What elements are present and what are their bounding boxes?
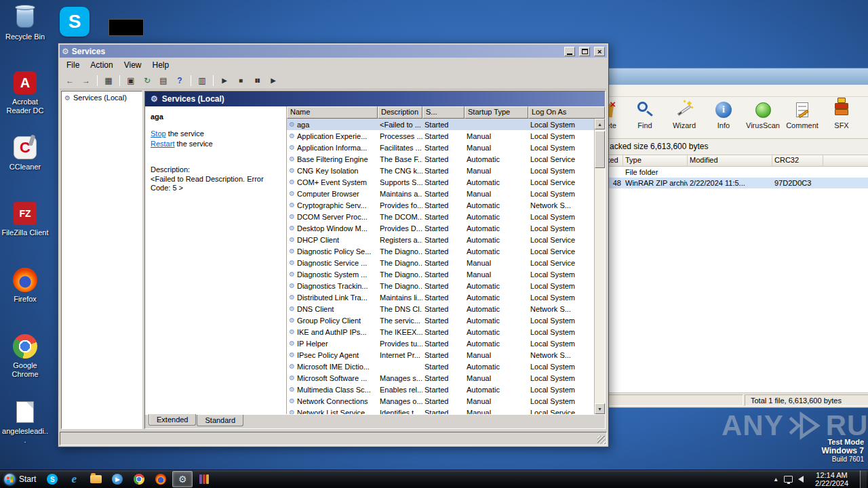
taskbar-skype-icon[interactable]: S [42, 471, 62, 487]
maximize-button[interactable] [579, 47, 590, 56]
service-row[interactable]: COM+ Event System Supports S... Started … [287, 176, 594, 188]
pause-service-icon[interactable]: ▮▮ [250, 74, 264, 87]
find-button[interactable]: Find [625, 97, 665, 138]
service-row[interactable]: Base Filtering Engine The Base F... Star… [287, 153, 594, 165]
column-description[interactable]: Description [378, 106, 422, 119]
close-button[interactable]: × [594, 47, 605, 56]
service-row[interactable]: Desktop Window M... Provides D... Starte… [287, 222, 594, 234]
service-row[interactable]: Diagnostic Policy Se... The Diagno... St… [287, 245, 594, 257]
tree-item-services-local[interactable]: ⚙ Services (Local) [62, 92, 142, 104]
start-service-icon[interactable]: ▶ [217, 74, 232, 87]
export-list-icon[interactable]: ▤ [156, 74, 171, 87]
service-row[interactable]: Microsoft IME Dictio... Started Automati… [287, 361, 594, 372]
taskbar-winrar-icon[interactable] [194, 471, 214, 487]
service-row[interactable]: Diagnostic System ... The Diagno... Star… [287, 268, 594, 280]
scroll-down-icon[interactable]: ▼ [595, 403, 605, 414]
restart-service-link[interactable]: Restart [151, 140, 174, 148]
service-row[interactable]: Diagnostics Trackin... The Diagno... Sta… [287, 280, 594, 291]
service-row[interactable]: DNS Client The DNS Cl... Started Automat… [287, 303, 594, 314]
wizard-button[interactable]: Wizard [665, 97, 704, 138]
help-icon[interactable]: ? [172, 74, 187, 87]
service-startup-type: Manual [465, 270, 528, 279]
comment-button[interactable]: Comment [783, 97, 822, 138]
stop-service-icon[interactable]: ■ [233, 74, 248, 87]
stop-service-link[interactable]: Stop [151, 129, 166, 138]
column-log-on-as[interactable]: Log On As [528, 106, 605, 119]
service-row[interactable]: Distributed Link Tra... Maintains li... … [287, 291, 594, 303]
scrollbar-thumb[interactable] [595, 131, 605, 168]
info-button[interactable]: i Info [704, 97, 743, 138]
taskbar-explorer-icon[interactable] [85, 471, 106, 487]
column-startup-type[interactable]: Startup Type [465, 106, 528, 119]
service-description: Provides D... [378, 224, 422, 232]
selected-service-name: aga [151, 113, 281, 121]
minimize-button[interactable] [564, 47, 575, 56]
refresh-icon[interactable]: ↻ [140, 74, 155, 87]
start-button[interactable]: Start [0, 470, 41, 488]
desktop-icon-firefox[interactable]: Firefox [1, 266, 49, 304]
taskbar-firefox-icon[interactable] [151, 471, 171, 487]
service-row[interactable]: Diagnostic Service ... The Diagno... Sta… [287, 257, 594, 268]
menu-action[interactable]: Action [85, 58, 118, 72]
service-row[interactable]: DHCP Client Registers a... Started Autom… [287, 234, 594, 245]
desktop-icon-acrobat[interactable]: A Acrobat Reader DC [1, 69, 49, 115]
forward-icon[interactable]: → [79, 74, 94, 87]
service-row[interactable]: Microsoft Software ... Manages s... Star… [287, 372, 594, 384]
desktop-icon-filezilla[interactable]: FZ FileZilla Client [1, 200, 49, 237]
service-row[interactable]: Multimedia Class Sc... Enables rel... St… [287, 384, 594, 395]
taskbar-services-icon[interactable]: ⚙ [172, 471, 193, 487]
desktop-icon-recycle-bin[interactable]: Recycle Bin [1, 4, 49, 41]
show-hide-console-tree-icon[interactable]: ▦ [101, 74, 116, 87]
taskbar-ie-icon[interactable]: e [64, 471, 84, 487]
network-icon[interactable] [784, 476, 793, 483]
vertical-scrollbar[interactable]: ▲ ▼ [594, 119, 605, 414]
service-description: The DCOM... [378, 213, 422, 221]
menu-help[interactable]: Help [147, 58, 175, 72]
column-name[interactable]: Name [287, 106, 378, 119]
resize-grip[interactable] [597, 436, 606, 444]
sfx-button[interactable]: SFX [822, 97, 861, 138]
console-window[interactable] [108, 19, 144, 36]
column-modified[interactable]: Modified [688, 155, 772, 167]
service-detail-pane: aga Stop the service Restart the service… [145, 106, 286, 414]
service-row[interactable]: Group Policy Client The servic... Starte… [287, 314, 594, 326]
column-status[interactable]: S... [422, 106, 465, 119]
virusscan-button[interactable]: VirusScan [743, 97, 783, 138]
service-row[interactable]: CNG Key Isolation The CNG k... Started M… [287, 165, 594, 176]
services-titlebar[interactable]: ⚙ Services × [60, 45, 607, 58]
service-row[interactable]: Application Informa... Facilitates ... S… [287, 142, 594, 153]
service-row[interactable]: aga <Failed to ... Started Local System [287, 119, 594, 130]
scroll-up-icon[interactable]: ▲ [595, 119, 605, 129]
service-row[interactable]: Network Connections Manages o... Started… [287, 395, 594, 407]
tab-extended[interactable]: Extended [149, 414, 196, 426]
taskbar-clock[interactable]: 12:14 AM 2/22/2024 [809, 471, 854, 487]
hidden-icons-chevron[interactable]: ▲ [773, 476, 778, 483]
service-row[interactable]: Network List Service Identifies t... Sta… [287, 407, 594, 414]
service-row[interactable]: Computer Browser Maintains a... Started … [287, 188, 594, 199]
service-row[interactable]: IP Helper Provides tu... Started Automat… [287, 338, 594, 349]
column-type[interactable]: Type [623, 155, 688, 167]
taskbar-wmp-icon[interactable]: ▶ [107, 471, 127, 487]
desktop-icon-document[interactable]: angelesleadi... [1, 399, 49, 445]
recycle-bin-icon [10, 4, 40, 31]
menu-view[interactable]: View [119, 58, 147, 72]
service-row[interactable]: DCOM Server Proc... The DCOM... Started … [287, 211, 594, 222]
volume-icon[interactable] [798, 476, 804, 483]
back-icon[interactable]: ← [62, 74, 77, 87]
menu-file[interactable]: File [61, 58, 85, 72]
service-row[interactable]: Application Experie... Processes ... Sta… [287, 130, 594, 142]
service-row[interactable]: IKE and AuthIP IPs... The IKEEX... Start… [287, 326, 594, 338]
column-crc32[interactable]: CRC32 [772, 155, 823, 167]
desktop-icon-ccleaner[interactable]: C CCleaner [1, 134, 49, 171]
extended-view-icon[interactable]: ▥ [195, 74, 210, 87]
service-row[interactable]: IPsec Policy Agent Internet Pr... Starte… [287, 349, 594, 361]
restart-service-icon[interactable]: ▶ [266, 74, 281, 87]
desktop-icon-chrome[interactable]: Google Chrome [1, 333, 49, 379]
service-status: Started [422, 213, 465, 221]
service-row[interactable]: Cryptographic Serv... Provides fo... Sta… [287, 199, 594, 211]
properties-icon[interactable]: ▣ [123, 74, 138, 87]
tab-standard[interactable]: Standard [197, 415, 243, 426]
skype-icon[interactable]: S [60, 7, 90, 37]
show-desktop-button[interactable] [860, 470, 867, 488]
taskbar-chrome-icon[interactable] [129, 471, 149, 487]
